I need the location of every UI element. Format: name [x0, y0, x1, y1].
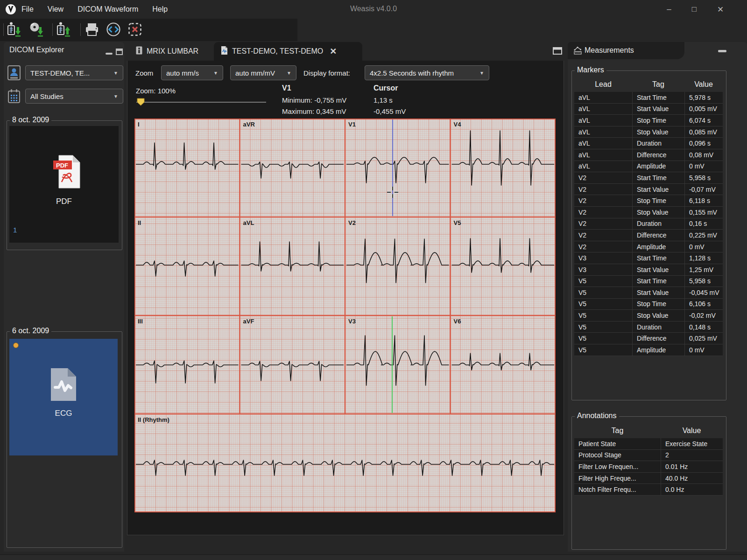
ecg-canvas[interactable]: IaVRV1V4IIaVLV2V5IIIaVFV3V6II (Rhythm): [134, 119, 556, 512]
table-row[interactable]: Filter High Freque...40.0 Hz: [574, 473, 723, 484]
table-row[interactable]: V3Start Value1,25 mV: [574, 264, 723, 276]
explorer-undock-icon[interactable]: [116, 49, 123, 57]
toolbar-separator: [3, 23, 4, 36]
print-icon[interactable]: [84, 21, 100, 37]
markers-table-body: aVLStart Time5,978 saVLStart Value0,005 …: [574, 92, 723, 356]
table-cell: Stop Value: [632, 207, 684, 218]
xray-patient-icon: [135, 46, 143, 57]
window-maximize-button[interactable]: □: [688, 4, 700, 15]
zoom-level-label: Zoom: 100%: [136, 87, 176, 95]
column-header-tag: Tag: [574, 427, 661, 435]
table-row[interactable]: V5Start Time5,958 s: [574, 276, 723, 287]
table-cell: V3: [574, 252, 632, 264]
tab-close-icon[interactable]: ✕: [330, 46, 337, 56]
table-row[interactable]: V2Stop Value0,155 mV: [574, 207, 723, 218]
table-row[interactable]: V5Stop Value-0,02 mV: [574, 310, 723, 322]
svg-text:PDF: PDF: [56, 162, 68, 169]
table-row[interactable]: Patient StateExercise State: [574, 438, 723, 450]
explorer-minimize-icon[interactable]: [106, 53, 113, 55]
table-row[interactable]: V5Difference0,025 mV: [574, 333, 723, 344]
tab-label: TEST-DEMO, TEST-DEMO: [232, 47, 323, 56]
table-cell: Duration: [632, 322, 684, 333]
table-row[interactable]: V3Start Time1,128 s: [574, 252, 723, 264]
cd-import-icon[interactable]: [29, 21, 45, 37]
table-cell: 0,155 mV: [684, 207, 723, 218]
table-row[interactable]: V2Stop Time6,118 s: [574, 195, 723, 207]
study-select[interactable]: All Studies ▼: [25, 89, 123, 104]
layout-panel-icon[interactable]: [553, 47, 562, 56]
table-cell: Amplitude: [632, 344, 684, 356]
close-exam-icon[interactable]: [127, 21, 143, 37]
table-row[interactable]: V2Difference0,225 mV: [574, 230, 723, 241]
chevron-down-icon: ▼: [213, 70, 218, 76]
table-row[interactable]: aVLStop Value0,085 mV: [574, 126, 723, 138]
table-cell: 0,148 s: [684, 322, 723, 333]
table-row[interactable]: V5Start Value-0,045 mV: [574, 287, 723, 299]
table-cell: 6,118 s: [684, 195, 723, 206]
series-count-badge: 1: [13, 226, 17, 234]
table-cell: 1,128 s: [684, 252, 723, 264]
table-cell: 0,225 mV: [684, 230, 723, 241]
table-cell: 2: [661, 450, 723, 461]
dicom-export-icon[interactable]: [56, 21, 72, 37]
table-cell: 40.0 Hz: [661, 473, 723, 484]
column-header-value: Value: [661, 427, 723, 435]
table-cell: Start Time: [632, 172, 684, 183]
gain-select[interactable]: auto mm/mV ▼: [230, 65, 296, 80]
dicom-code-icon[interactable]: [106, 21, 121, 37]
table-row[interactable]: V5Stop Time6,106 s: [574, 299, 723, 310]
table-row[interactable]: aVLDuration0,096 s: [574, 138, 723, 149]
table-cell: aVL: [574, 104, 632, 115]
svg-text:aVF: aVF: [243, 318, 254, 325]
table-cell: 0 mV: [684, 241, 723, 252]
table-cell: Stop Time: [632, 299, 684, 310]
table-cell: V5: [574, 299, 632, 310]
cursor-value-label: -0,455 mV: [374, 107, 406, 115]
table-cell: -0,045 mV: [684, 287, 723, 298]
thumbnail-label: PDF: [9, 197, 119, 206]
svg-text:II: II: [138, 219, 141, 226]
table-cell: Start Value: [632, 264, 684, 275]
tab-mrix-lumbar[interactable]: MRIX LUMBAR: [129, 42, 205, 61]
table-row[interactable]: aVLStop Time6,074 s: [574, 115, 723, 126]
table-row[interactable]: V2Start Value-0,07 mV: [574, 184, 723, 196]
table-cell: Difference: [632, 149, 684, 161]
table-cell: Stop Value: [632, 310, 684, 321]
chevron-down-icon: ▼: [113, 94, 118, 99]
svg-text:aVL: aVL: [243, 219, 254, 226]
table-row[interactable]: V2Start Time5,958 s: [574, 172, 723, 184]
tab-test-demo[interactable]: TEST-DEMO, TEST-DEMO ✕: [214, 42, 362, 61]
patient-select[interactable]: TEST-DEMO, TE... ▼: [25, 65, 123, 80]
table-row[interactable]: V5Amplitude0 mV: [574, 344, 723, 356]
table-row[interactable]: V2Amplitude0 mV: [574, 241, 723, 253]
measurements-title: Measurements: [585, 46, 634, 55]
table-cell: -0,02 mV: [684, 310, 723, 321]
table-row[interactable]: V2Duration0,16 s: [574, 218, 723, 230]
zoom-slider-thumb[interactable]: [137, 98, 145, 108]
table-cell: Amplitude: [632, 241, 684, 252]
speed-select[interactable]: auto mm/s ▼: [161, 65, 223, 80]
series-thumbnail-ecg[interactable]: ECG: [9, 339, 118, 455]
table-row[interactable]: aVLDifference0,08 mV: [574, 149, 723, 161]
dicom-import-icon[interactable]: [7, 21, 22, 37]
svg-text:aVR: aVR: [243, 121, 255, 128]
svg-text:V4: V4: [454, 121, 462, 128]
zoom-slider-track[interactable]: [136, 102, 266, 103]
window-close-button[interactable]: ✕: [714, 4, 726, 15]
study-date-label: 8 oct. 2009: [10, 116, 51, 124]
table-cell: V2: [574, 207, 632, 218]
table-row[interactable]: aVLStart Time5,978 s: [574, 92, 723, 104]
series-thumbnail-pdf[interactable]: PDF PDF 1: [9, 126, 119, 243]
measurements-minimize-icon[interactable]: [718, 50, 726, 52]
window-minimize-button[interactable]: –: [663, 4, 675, 15]
table-row[interactable]: aVLStart Value0,005 mV: [574, 104, 723, 115]
calendar-icon: [8, 89, 20, 105]
table-row[interactable]: V5Duration0,148 s: [574, 322, 723, 333]
table-row[interactable]: Notch Filter Frequ...0.0 Hz: [574, 484, 723, 496]
table-row[interactable]: Filter Low Frequen...0.01 Hz: [574, 461, 723, 473]
table-cell: 5,978 s: [684, 92, 723, 103]
display-format-select[interactable]: 4x2.5 Seconds with rhythm ▼: [365, 65, 489, 80]
table-row[interactable]: Protocol Stage2: [574, 450, 723, 462]
annotations-table-header: Tag Value: [574, 423, 723, 438]
table-row[interactable]: aVLAmplitude0 mV: [574, 161, 723, 173]
